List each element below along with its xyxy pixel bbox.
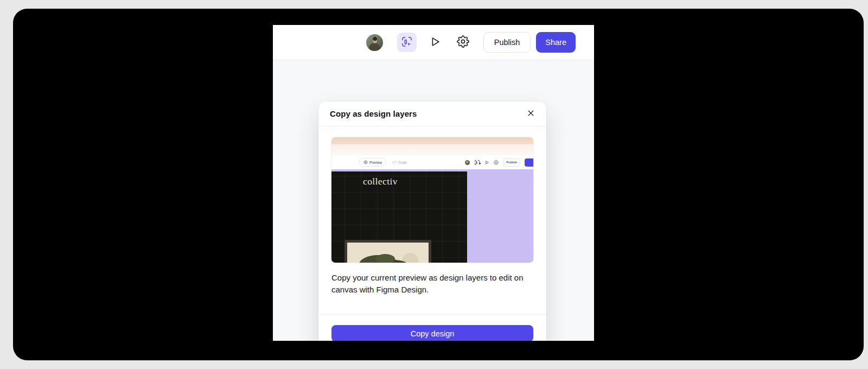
backdrop-frame: Publish Share Copy as design layers [13, 9, 864, 360]
modal-description: Copy your current preview as design laye… [331, 272, 533, 295]
preview-dark-grid-panel: collectiv [331, 171, 467, 263]
mini-user-avatar [465, 160, 470, 165]
preview-cream-band [331, 144, 533, 155]
settings-gear-icon [457, 35, 469, 49]
modal-header: Copy as design layers [318, 101, 546, 126]
eye-icon [363, 160, 368, 165]
app-toolbar: Publish Share [273, 25, 594, 60]
mini-code-label: Code [398, 161, 407, 164]
preview-framed-tree-art [344, 240, 431, 263]
modal-close-button[interactable] [522, 106, 539, 122]
mini-copy-as-design-layers-icon [474, 160, 480, 166]
app-window: Publish Share Copy as design layers [273, 25, 594, 341]
design-preview-thumbnail: Preview Code [331, 137, 533, 263]
copy-design-layers-modal: Copy as design layers [318, 101, 546, 341]
page-background: Publish Share Copy as design layers [0, 0, 868, 369]
preview-mini-toolbar: Preview Code [331, 155, 533, 169]
mini-preview-tab: Preview [359, 158, 386, 167]
modal-footer: Copy design [318, 314, 546, 341]
mini-cursor-icon [478, 159, 482, 169]
copy-design-button[interactable]: Copy design [331, 325, 533, 341]
mini-publish-button: Publish [503, 158, 520, 167]
modal-body: Preview Code [318, 126, 546, 314]
mini-toolbar-right: Publish [465, 157, 528, 167]
mini-play-icon [484, 157, 489, 167]
play-icon [429, 36, 441, 49]
share-button[interactable]: Share [536, 32, 576, 53]
preview-canvas-area: collectiv [331, 169, 533, 263]
publish-button[interactable]: Publish [483, 32, 531, 53]
app-content: Copy as design layers [273, 60, 594, 340]
modal-title: Copy as design layers [330, 109, 417, 118]
code-icon [392, 160, 397, 165]
user-avatar[interactable] [366, 34, 383, 51]
mini-code-tab: Code [392, 160, 407, 165]
preview-hero-band [331, 137, 533, 144]
mini-share-button-stub [525, 158, 533, 167]
mini-preview-label: Preview [369, 161, 382, 164]
mini-settings-gear-icon [494, 157, 499, 167]
preview-brand-text: collectiv [363, 176, 398, 187]
copy-as-design-layers-icon [401, 36, 413, 49]
settings-button[interactable] [454, 33, 473, 52]
run-preview-button[interactable] [425, 33, 445, 52]
close-icon [526, 109, 535, 119]
copy-as-design-layers-button[interactable] [397, 33, 417, 52]
